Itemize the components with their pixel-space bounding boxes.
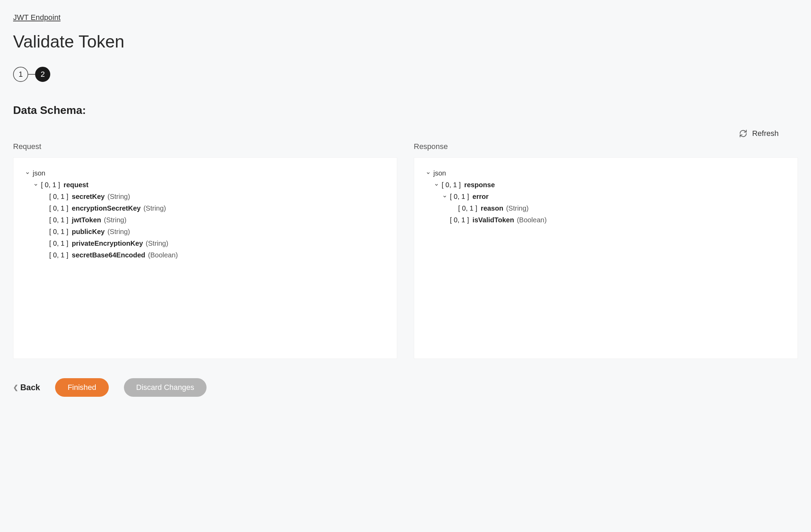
- cardinality: [ 0, 1 ]: [49, 205, 69, 212]
- tree-leaf[interactable]: [ 0, 1 ] reason (String): [425, 202, 787, 214]
- cardinality: [ 0, 1 ]: [49, 240, 69, 247]
- request-panel: Request json [ 0, 1 ] request [ 0, 1 ] s…: [13, 142, 397, 359]
- chevron-down-icon[interactable]: [33, 182, 39, 188]
- chevron-down-icon[interactable]: [24, 170, 31, 176]
- field-name: privateEncryptionKey: [72, 240, 143, 247]
- field-type: (String): [107, 193, 130, 200]
- footer-actions: ❮ Back Finished Discard Changes: [13, 378, 798, 397]
- data-schema-heading: Data Schema:: [13, 104, 798, 117]
- field-type: (String): [506, 205, 529, 212]
- tree-root-json[interactable]: json: [425, 167, 787, 179]
- cardinality: [ 0, 1 ]: [41, 181, 60, 188]
- cardinality: [ 0, 1 ]: [458, 205, 477, 212]
- cardinality: [ 0, 1 ]: [450, 193, 469, 200]
- request-schema-box: json [ 0, 1 ] request [ 0, 1 ] secretKey…: [13, 157, 397, 359]
- field-type: (String): [144, 205, 166, 212]
- root-json-label: json: [33, 170, 45, 177]
- page-title: Validate Token: [13, 32, 798, 52]
- field-type: (Boolean): [148, 252, 178, 258]
- field-name: jwtToken: [72, 216, 101, 223]
- tree-leaf[interactable]: [ 0, 1 ] encryptionSecretKey (String): [24, 202, 386, 214]
- tree-leaf[interactable]: [ 0, 1 ] jwtToken (String): [24, 214, 386, 226]
- discard-changes-button[interactable]: Discard Changes: [124, 378, 207, 397]
- tree-node-error[interactable]: [ 0, 1 ] error: [425, 191, 787, 202]
- field-name: publicKey: [72, 228, 105, 235]
- field-name: response: [464, 181, 495, 188]
- cardinality: [ 0, 1 ]: [49, 193, 69, 200]
- field-name: isValidToken: [473, 216, 514, 223]
- tree-leaf[interactable]: [ 0, 1 ] publicKey (String): [24, 226, 386, 237]
- tree-node-request[interactable]: [ 0, 1 ] request: [24, 179, 386, 191]
- tree-leaf[interactable]: [ 0, 1 ] isValidToken (Boolean): [425, 214, 787, 226]
- finished-button[interactable]: Finished: [55, 378, 108, 397]
- cardinality: [ 0, 1 ]: [450, 216, 469, 223]
- tree-leaf[interactable]: [ 0, 1 ] secretKey (String): [24, 191, 386, 202]
- step-connector: [28, 74, 35, 75]
- refresh-icon[interactable]: [739, 129, 747, 138]
- back-button[interactable]: ❮ Back: [13, 383, 40, 392]
- field-type: (String): [146, 240, 168, 247]
- refresh-button[interactable]: Refresh: [752, 129, 779, 138]
- chevron-left-icon: ❮: [13, 384, 18, 391]
- chevron-down-icon[interactable]: [433, 182, 440, 188]
- field-name: error: [473, 193, 489, 200]
- field-name: secretKey: [72, 193, 105, 200]
- step-1[interactable]: 1: [13, 67, 28, 82]
- response-panel: Response json [ 0, 1 ] response [ 0, 1: [414, 142, 798, 359]
- stepper: 1 2: [13, 67, 798, 82]
- response-schema-box: json [ 0, 1 ] response [ 0, 1 ] error [ …: [414, 157, 798, 359]
- cardinality: [ 0, 1 ]: [49, 252, 69, 258]
- back-label: Back: [20, 383, 40, 392]
- tree-leaf[interactable]: [ 0, 1 ] secretBase64Encoded (Boolean): [24, 249, 386, 261]
- tree-root-json[interactable]: json: [24, 167, 386, 179]
- field-name: encryptionSecretKey: [72, 205, 141, 212]
- tree-leaf[interactable]: [ 0, 1 ] privateEncryptionKey (String): [24, 237, 386, 249]
- field-name: reason: [481, 205, 504, 212]
- field-type: (String): [107, 228, 130, 235]
- cardinality: [ 0, 1 ]: [442, 181, 461, 188]
- field-type: (String): [104, 216, 127, 223]
- field-name: request: [64, 181, 88, 188]
- request-panel-label: Request: [13, 142, 397, 151]
- cardinality: [ 0, 1 ]: [49, 216, 69, 223]
- response-panel-label: Response: [414, 142, 798, 151]
- chevron-down-icon[interactable]: [425, 170, 431, 176]
- cardinality: [ 0, 1 ]: [49, 228, 69, 235]
- field-name: secretBase64Encoded: [72, 252, 145, 258]
- breadcrumb-jwt-endpoint[interactable]: JWT Endpoint: [13, 13, 61, 22]
- tree-node-response[interactable]: [ 0, 1 ] response: [425, 179, 787, 191]
- chevron-down-icon[interactable]: [442, 193, 448, 200]
- step-2[interactable]: 2: [35, 67, 50, 82]
- root-json-label: json: [433, 170, 446, 177]
- field-type: (Boolean): [517, 216, 547, 223]
